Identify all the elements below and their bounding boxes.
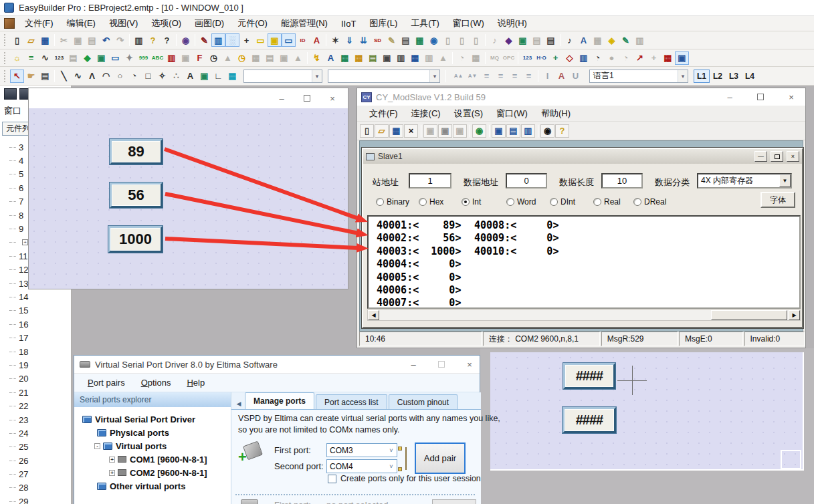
window-tree-item[interactable]: 26 (0, 454, 72, 467)
minimize-icon[interactable]: – (277, 94, 286, 104)
font-manager-icon[interactable]: A (577, 33, 591, 47)
toolbar-grip[interactable] (4, 70, 7, 82)
selection-handle[interactable] (781, 450, 801, 469)
menu-item[interactable]: 说明(H) (492, 16, 533, 31)
help-icon[interactable]: ? (146, 33, 160, 47)
window-tree-item[interactable]: 18 (0, 345, 72, 358)
radio-int[interactable]: Int (462, 197, 481, 207)
align-left-icon[interactable]: ≡ (494, 70, 508, 83)
radio-dot[interactable] (550, 198, 558, 206)
select-tool-icon[interactable]: ↖ (10, 70, 24, 83)
window-tree-item[interactable]: 23 (0, 413, 72, 426)
numeric-display-1[interactable]: #### (563, 363, 615, 389)
context-help-icon[interactable]: ? (160, 33, 174, 47)
script-icon[interactable]: ▤ (399, 33, 413, 47)
mqtt-icon[interactable]: MQ (488, 51, 502, 65)
frame-icon[interactable]: ▣ (179, 51, 193, 65)
menu-item[interactable]: 视图(V) (103, 16, 144, 31)
key-object-icon[interactable]: ✦ (122, 51, 136, 65)
window-copy-icon[interactable] (4, 88, 17, 100)
radio-dot[interactable] (593, 198, 601, 206)
edit-template-icon[interactable]: ✎ (619, 33, 633, 47)
ports-tree-item[interactable]: Other virtual ports (74, 479, 231, 493)
chevron-down-icon[interactable]: ˅ (386, 463, 397, 470)
corner-tool-icon[interactable]: ∟ (211, 70, 225, 83)
find-replace-icon[interactable]: ◉ (179, 33, 193, 47)
gauge-gray-icon[interactable]: ◔ (455, 51, 469, 65)
hdd-icon[interactable]: ▯ (455, 33, 469, 47)
align-objects-icon[interactable]: + (239, 33, 253, 47)
window-tree-item[interactable]: 16 (0, 318, 72, 331)
flow-block-icon[interactable]: ◇ (563, 51, 577, 65)
plug-in-icon[interactable]: ◆ (502, 33, 516, 47)
menu-item[interactable]: 能源管理(N) (275, 16, 334, 31)
menu-item[interactable]: 编辑(E) (61, 16, 102, 31)
radio-dint[interactable]: DInt (550, 197, 575, 207)
user-session-checkbox[interactable] (328, 475, 336, 483)
picture-view-icon[interactable]: ▣ (675, 51, 689, 65)
first-port-select[interactable]: COM3 ˅ (326, 443, 397, 457)
menu-item[interactable]: IIoT (335, 17, 362, 30)
word-lamp-icon[interactable]: ≡ (24, 51, 38, 65)
menu-item[interactable]: 元件(O) (231, 16, 274, 31)
chevron-down-icon[interactable]: ˅ (386, 447, 397, 454)
bar-123-icon[interactable]: 123 (520, 51, 534, 65)
pie-tool-icon[interactable]: ◔ (127, 70, 141, 83)
state-button-l2[interactable]: L2 (710, 70, 726, 83)
numeric-object-icon[interactable]: 123 (52, 51, 66, 65)
restore-icon[interactable] (771, 151, 783, 162)
polyline-tool-icon[interactable]: Λ (85, 70, 99, 83)
toolbar-grip[interactable] (4, 52, 7, 64)
picture-tool-icon[interactable]: ▣ (197, 70, 211, 83)
print-icon[interactable]: ▥ (132, 33, 146, 47)
menu-item[interactable]: 设置(S) (447, 106, 490, 121)
underline-icon[interactable]: U (569, 70, 583, 83)
delete-slave-icon[interactable]: ▣ (438, 124, 452, 138)
tile-vertical-icon[interactable]: ▥ (521, 124, 535, 138)
sd-card-icon[interactable]: SD (371, 33, 385, 47)
menu-item[interactable]: Help (179, 376, 213, 390)
minimize-icon[interactable]: — (754, 151, 767, 162)
cut-icon[interactable]: ✂ (57, 33, 71, 47)
scrollbar-thumb[interactable] (711, 310, 787, 320)
ascii-display-icon[interactable]: ABC (150, 51, 165, 65)
radio-dreal[interactable]: DReal (633, 197, 666, 207)
project-home-icon[interactable]: ▲ (436, 51, 450, 65)
add-pair-button[interactable]: Add pair (415, 443, 466, 474)
ports-tree-item[interactable]: +COM2 [9600-N-8-1] (74, 466, 231, 479)
line-tool-icon[interactable]: ╲ (57, 70, 71, 83)
cascade-windows-icon[interactable]: ▣ (492, 124, 506, 138)
window-tree-item[interactable]: 15 (0, 304, 72, 318)
expand-icon[interactable]: - (94, 443, 100, 449)
ports-tree-item[interactable]: +COM1 [9600-N-8-1] (74, 453, 231, 466)
window-tree-item[interactable]: 22 (0, 399, 72, 412)
scale-object-icon[interactable]: A (324, 51, 338, 65)
align-right-icon[interactable]: ≡ (522, 70, 536, 83)
save-doc-icon[interactable]: ▦ (389, 124, 403, 138)
menu-item[interactable]: Port pairs (80, 376, 133, 390)
undo-icon[interactable]: ↶ (99, 33, 113, 47)
design-canvas[interactable]: #### #### (490, 352, 804, 471)
field-input-2[interactable]: 0 (506, 173, 547, 188)
text-color-icon[interactable]: A (554, 70, 569, 83)
layer-icon[interactable]: ▣ (268, 33, 282, 47)
close-icon[interactable]: × (787, 151, 799, 162)
label-library-icon[interactable]: ▤ (544, 33, 558, 47)
window-tree-item[interactable]: 19 (0, 358, 72, 372)
pen-icon[interactable]: ✎ (197, 33, 211, 47)
tile-horizontal-icon[interactable]: ▤ (506, 124, 520, 138)
ruler-icon[interactable]: ▥ (211, 33, 225, 47)
panel-gray-icon[interactable]: ▦ (469, 51, 483, 65)
picture-manager-icon[interactable]: ▣ (516, 33, 530, 47)
chevron-down-icon[interactable]: ▾ (678, 70, 688, 82)
history-table-icon[interactable]: ▦ (661, 51, 675, 65)
window-tree-item[interactable]: 27 (0, 467, 72, 481)
schedule-add-icon[interactable]: ▦ (352, 51, 366, 65)
menu-item[interactable]: 窗口(W) (447, 16, 490, 31)
tab-scroll-left-icon[interactable]: ◀ (234, 398, 243, 409)
scroll-right-icon[interactable]: ▶ (789, 310, 800, 320)
state-button-l3[interactable]: L3 (726, 70, 742, 83)
menu-item[interactable]: 工具(T) (405, 16, 445, 31)
text-tool-icon[interactable]: A (183, 70, 197, 83)
window-bg-icon[interactable]: ▭ (253, 33, 268, 47)
